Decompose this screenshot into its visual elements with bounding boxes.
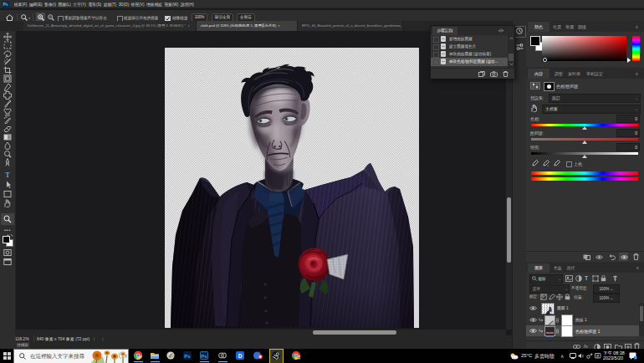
svg-text:Ps: Ps: [184, 354, 191, 359]
svg-text:-: -: [558, 163, 560, 166]
svg-text:+: +: [547, 163, 549, 166]
svg-text:D: D: [238, 353, 243, 359]
svg-text:Ps: Ps: [201, 354, 207, 359]
svg-text:2: 2: [635, 356, 636, 360]
